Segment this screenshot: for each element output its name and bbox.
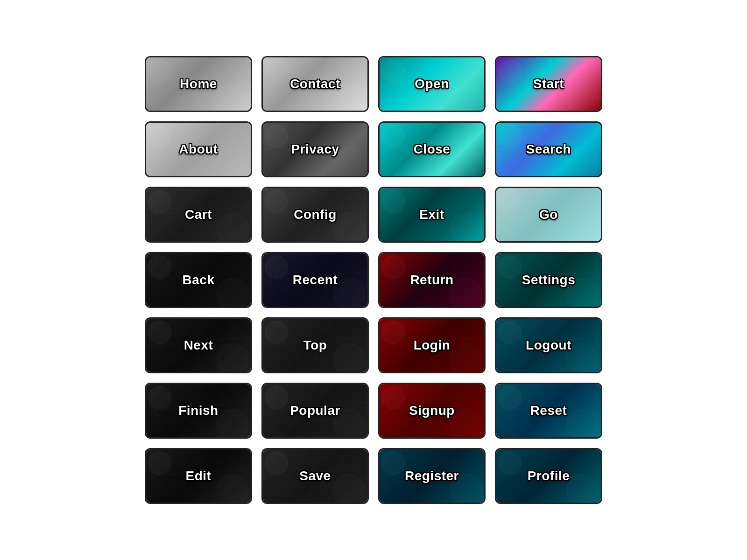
cart-label: Cart xyxy=(185,207,212,222)
svg-point-55 xyxy=(450,344,482,373)
svg-point-9 xyxy=(499,60,521,83)
settings-label: Settings xyxy=(522,273,575,287)
svg-point-42 xyxy=(382,256,405,279)
svg-point-81 xyxy=(499,452,521,475)
next-button[interactable]: Next xyxy=(145,317,252,373)
privacy-label: Privacy xyxy=(291,142,339,157)
search-label: Search xyxy=(526,142,571,157)
search-button[interactable]: Search xyxy=(495,121,602,177)
start-label: Start xyxy=(533,77,564,91)
svg-point-51 xyxy=(265,321,288,344)
svg-point-15 xyxy=(265,125,288,148)
svg-point-37 xyxy=(217,279,248,308)
svg-point-3 xyxy=(265,60,288,83)
contact-button[interactable]: Contact xyxy=(261,56,369,112)
signup-button[interactable]: Signup xyxy=(378,383,486,439)
profile-button[interactable]: Profile xyxy=(495,448,602,504)
button-grid: HomeContactOpenStartAboutPrivacyCloseSea… xyxy=(126,37,621,523)
register-label: Register xyxy=(405,469,459,483)
svg-point-45 xyxy=(499,256,521,279)
logout-label: Logout xyxy=(526,338,571,353)
svg-point-67 xyxy=(450,409,482,439)
privacy-button[interactable]: Privacy xyxy=(261,121,369,177)
svg-point-31 xyxy=(450,213,482,243)
exit-label: Exit xyxy=(419,207,444,222)
login-button[interactable]: Login xyxy=(378,317,486,373)
logout-button[interactable]: Logout xyxy=(495,317,602,373)
top-button[interactable]: Top xyxy=(261,317,369,373)
svg-point-61 xyxy=(217,409,248,439)
svg-point-0 xyxy=(148,60,171,83)
svg-point-43 xyxy=(450,279,482,308)
svg-point-30 xyxy=(382,190,405,213)
signup-label: Signup xyxy=(409,403,455,418)
exit-button[interactable]: Exit xyxy=(378,187,486,243)
svg-point-75 xyxy=(265,452,288,475)
start-button[interactable]: Start xyxy=(495,56,602,112)
recent-label: Recent xyxy=(293,273,338,287)
svg-point-33 xyxy=(499,190,521,213)
return-label: Return xyxy=(410,273,453,287)
back-button[interactable]: Back xyxy=(145,252,252,308)
go-button[interactable]: Go xyxy=(495,187,602,243)
login-label: Login xyxy=(414,338,451,353)
edit-button[interactable]: Edit xyxy=(145,448,252,504)
cart-button[interactable]: Cart xyxy=(145,187,252,243)
svg-point-40 xyxy=(333,279,365,308)
svg-point-24 xyxy=(148,190,171,213)
svg-point-60 xyxy=(148,386,171,409)
config-label: Config xyxy=(294,207,337,222)
recent-button[interactable]: Recent xyxy=(261,252,369,308)
back-label: Back xyxy=(183,273,215,287)
svg-point-76 xyxy=(333,475,365,504)
contact-label: Contact xyxy=(290,77,340,91)
edit-label: Edit xyxy=(186,469,211,483)
next-label: Next xyxy=(184,338,213,353)
finish-button[interactable]: Finish xyxy=(145,383,252,439)
popular-button[interactable]: Popular xyxy=(261,383,369,439)
svg-point-18 xyxy=(382,125,405,148)
svg-point-63 xyxy=(265,386,288,409)
popular-label: Popular xyxy=(290,403,340,418)
config-button[interactable]: Config xyxy=(261,187,369,243)
open-button[interactable]: Open xyxy=(378,56,486,112)
svg-point-49 xyxy=(217,344,248,373)
svg-point-1 xyxy=(217,83,248,112)
svg-point-12 xyxy=(148,125,171,148)
reset-button[interactable]: Reset xyxy=(495,383,602,439)
svg-point-66 xyxy=(382,386,405,409)
svg-point-6 xyxy=(382,60,405,83)
go-label: Go xyxy=(539,207,558,222)
finish-label: Finish xyxy=(178,403,218,418)
about-button[interactable]: About xyxy=(145,121,252,177)
register-button[interactable]: Register xyxy=(378,448,486,504)
settings-button[interactable]: Settings xyxy=(495,252,602,308)
svg-point-28 xyxy=(333,213,365,243)
svg-point-7 xyxy=(450,83,482,112)
reset-label: Reset xyxy=(530,403,567,418)
svg-point-34 xyxy=(567,213,599,243)
svg-point-48 xyxy=(148,321,171,344)
svg-point-78 xyxy=(382,452,405,475)
svg-point-22 xyxy=(567,148,599,177)
svg-point-27 xyxy=(265,190,288,213)
svg-point-57 xyxy=(499,321,521,344)
svg-point-70 xyxy=(567,409,599,439)
home-label: Home xyxy=(180,77,217,91)
svg-point-72 xyxy=(148,452,171,475)
close-label: Close xyxy=(414,142,451,157)
svg-point-73 xyxy=(217,475,248,504)
profile-label: Profile xyxy=(528,469,570,483)
top-label: Top xyxy=(303,338,327,353)
svg-point-82 xyxy=(567,475,599,504)
svg-point-10 xyxy=(567,83,599,112)
open-label: Open xyxy=(415,77,449,91)
save-button[interactable]: Save xyxy=(261,448,369,504)
return-button[interactable]: Return xyxy=(378,252,486,308)
svg-point-54 xyxy=(382,321,405,344)
svg-point-69 xyxy=(499,386,521,409)
save-label: Save xyxy=(299,469,331,483)
close-button[interactable]: Close xyxy=(378,121,486,177)
home-button[interactable]: Home xyxy=(145,56,252,112)
svg-point-58 xyxy=(567,344,599,373)
